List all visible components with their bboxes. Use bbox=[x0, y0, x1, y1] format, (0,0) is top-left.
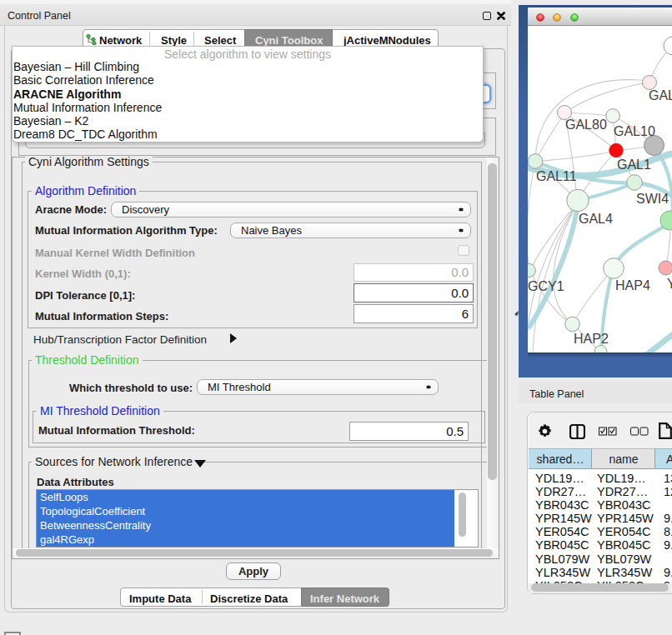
svg-text:GAL1: GAL1 bbox=[617, 158, 651, 172]
svg-text:HAP4: HAP4 bbox=[615, 278, 650, 292]
svg-text:GAL11: GAL11 bbox=[536, 169, 577, 183]
svg-text:GCY1: GCY1 bbox=[528, 279, 564, 293]
svg-text:GAL80: GAL80 bbox=[565, 118, 607, 132]
svg-text:HAP2: HAP2 bbox=[574, 332, 609, 346]
svg-text:GAL2: GAL2 bbox=[649, 88, 672, 102]
svg-text:GAL4: GAL4 bbox=[579, 212, 613, 226]
svg-text:SWI4: SWI4 bbox=[636, 192, 669, 206]
svg-text:GAL10: GAL10 bbox=[614, 124, 655, 138]
svg-text:Y: Y bbox=[667, 277, 672, 291]
